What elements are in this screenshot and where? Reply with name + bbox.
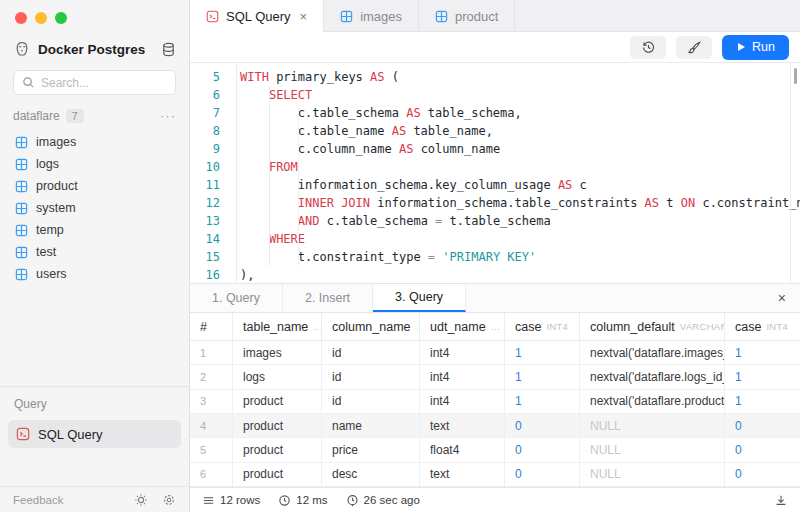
settings-gear-icon[interactable] xyxy=(162,493,176,507)
sidebar-item-sql-query[interactable]: SQL Query xyxy=(8,420,181,448)
column-type: … xyxy=(313,321,322,332)
status-bar: 12 rows 12 ms 26 s xyxy=(190,487,800,512)
line-number: 7 xyxy=(190,104,230,122)
table-row[interactable]: 6productdesctext0NULL0 xyxy=(190,463,800,487)
tab-label: SQL Query xyxy=(226,9,291,24)
postgres-icon xyxy=(13,40,31,58)
results-panel: 1. Query2. Insert3. Query × #table_name…… xyxy=(190,283,800,512)
column-header-column_name[interactable]: column_name… xyxy=(322,313,420,340)
column-header-column_default[interactable]: column_defaultVARCHAR xyxy=(580,313,725,340)
theme-toggle-icon[interactable] xyxy=(134,493,148,507)
table-cell: text xyxy=(420,463,505,486)
last-run-status: 26 sec ago xyxy=(346,494,420,507)
indent-guide xyxy=(269,86,270,266)
table-cell: 1 xyxy=(725,341,800,364)
column-header-case[interactable]: caseINT4 xyxy=(505,313,580,340)
table-cell: int4 xyxy=(420,365,505,388)
results-tab-2[interactable]: 2. Insert xyxy=(283,284,373,312)
sidebar-item-temp[interactable]: temp xyxy=(0,219,189,241)
download-icon[interactable] xyxy=(774,493,788,507)
sql-query-icon xyxy=(16,427,30,441)
table-cell: id xyxy=(322,390,420,413)
tab-label: product xyxy=(455,9,498,24)
table-row[interactable]: 4productnametext0NULL0 xyxy=(190,414,800,438)
column-name: column_name xyxy=(332,320,411,334)
editor-line: 6 SELECT xyxy=(190,86,800,104)
column-name: table_name xyxy=(243,320,308,334)
table-cell: logs xyxy=(233,365,322,388)
tab-product[interactable]: product xyxy=(419,0,515,32)
more-icon[interactable]: ··· xyxy=(160,108,176,123)
line-number: 5 xyxy=(190,68,230,86)
table-cell: NULL xyxy=(580,463,725,486)
editor-line: 11 information_schema.key_column_usage A… xyxy=(190,176,800,194)
sidebar-item-label: test xyxy=(36,245,56,259)
close-results-icon[interactable]: × xyxy=(764,284,800,312)
schema-count-badge: 7 xyxy=(66,109,84,123)
column-name: case xyxy=(515,320,541,334)
column-header-index[interactable]: # xyxy=(190,313,233,340)
column-type: VARCHAR xyxy=(680,321,725,332)
tab-sql-query[interactable]: SQL Query× xyxy=(190,0,324,33)
play-icon xyxy=(736,42,746,52)
table-cell: product xyxy=(233,438,322,461)
editor-scrollbar[interactable] xyxy=(794,68,797,84)
table-row[interactable]: 3productidint41nextval('dataflare.produc… xyxy=(190,390,800,414)
main-area: SQL Query×imagesproduct Run xyxy=(190,0,800,512)
column-header-udt_name[interactable]: udt_name… xyxy=(420,313,505,340)
gutter-divider xyxy=(236,63,237,283)
tab-images[interactable]: images xyxy=(324,0,419,32)
table-cell: 0 xyxy=(725,414,800,437)
run-button[interactable]: Run xyxy=(722,35,789,60)
zoom-window-button[interactable] xyxy=(55,12,67,24)
sidebar-item-images[interactable]: images xyxy=(0,131,189,153)
table-row[interactable]: 1imagesidint41nextval('dataflare.images_… xyxy=(190,341,800,365)
column-header-table_name[interactable]: table_name… xyxy=(233,313,322,340)
table-cell: 0 xyxy=(725,438,800,461)
sidebar-item-system[interactable]: system xyxy=(0,197,189,219)
search-input[interactable] xyxy=(41,76,167,90)
editor-line: 10 FROM xyxy=(190,158,800,176)
editor-line: 5WITH primary_keys AS ( xyxy=(190,68,800,86)
table-cell: 1 xyxy=(725,365,800,388)
column-type: INT4 xyxy=(546,321,568,332)
code-text: ), xyxy=(230,266,254,283)
sidebar-item-product[interactable]: product xyxy=(0,175,189,197)
schema-name: dataflare xyxy=(13,109,60,123)
sql-editor[interactable]: 5WITH primary_keys AS (6 SELECT7 c.table… xyxy=(190,63,800,283)
code-text: c.column_name AS column_name xyxy=(230,140,500,158)
feedback-link[interactable]: Feedback xyxy=(13,494,120,506)
database-icon[interactable] xyxy=(161,42,176,57)
table-cell: product xyxy=(233,414,322,437)
results-tab-3[interactable]: 3. Query xyxy=(373,284,466,312)
format-brush-button[interactable] xyxy=(676,36,712,59)
table-icon xyxy=(15,224,28,237)
sql-query-icon xyxy=(206,10,219,23)
table-cell: desc xyxy=(322,463,420,486)
close-window-button[interactable] xyxy=(15,12,27,24)
line-number: 8 xyxy=(190,122,230,140)
table-row[interactable]: 2logsidint41nextval('dataflare.logs_id_s… xyxy=(190,365,800,389)
table-cell: 1 xyxy=(505,365,580,388)
column-name: case xyxy=(735,320,761,334)
table-icon xyxy=(15,268,28,281)
rows-icon xyxy=(202,494,215,507)
table-row[interactable]: 5productpricefloat40NULL0 xyxy=(190,438,800,462)
search-icon xyxy=(22,76,35,89)
results-body: 1imagesidint41nextval('dataflare.images_… xyxy=(190,341,800,487)
sidebar-item-test[interactable]: test xyxy=(0,241,189,263)
column-name: udt_name xyxy=(430,320,486,334)
sidebar-item-logs[interactable]: logs xyxy=(0,153,189,175)
line-number: 6 xyxy=(190,86,230,104)
minimize-window-button[interactable] xyxy=(35,12,47,24)
results-tab-bar: 1. Query2. Insert3. Query × xyxy=(190,284,800,313)
close-tab-icon[interactable]: × xyxy=(300,9,308,24)
search-box[interactable] xyxy=(13,70,176,95)
table-cell: 1 xyxy=(505,341,580,364)
row-number-cell: 6 xyxy=(190,463,233,486)
code-text: AND c.table_schema = t.table_schema xyxy=(230,212,551,230)
results-tab-1[interactable]: 1. Query xyxy=(190,284,283,312)
column-header-case[interactable]: caseINT4 xyxy=(725,313,800,340)
sidebar-item-users[interactable]: users xyxy=(0,263,189,285)
history-button[interactable] xyxy=(630,36,666,59)
